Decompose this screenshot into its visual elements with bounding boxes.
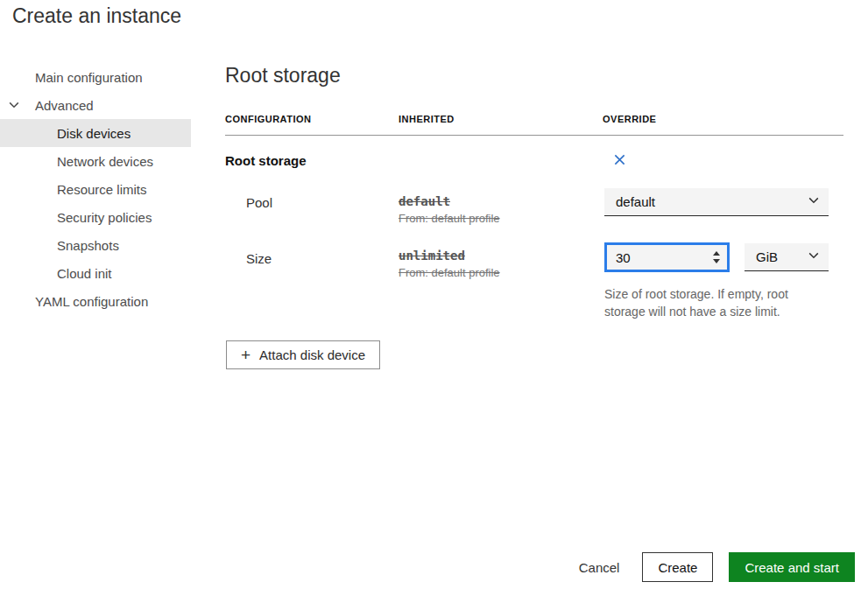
pool-select[interactable]: default [604,188,829,216]
sidebar-item-label: Security policies [57,210,152,225]
sidebar-item-snapshots[interactable]: Snapshots [0,231,191,259]
table-row: Root storage [225,136,843,169]
sidebar-item-resource-limits[interactable]: Resource limits [0,175,191,203]
page-title: Create an instance [12,4,181,28]
sidebar-item-label: YAML configuration [35,294,148,309]
section-heading: Root storage [225,63,843,88]
chevron-down-icon [808,249,820,264]
inherited-source: From: default profile [399,212,603,225]
inherited-cell: unlimited From: default profile [399,242,603,320]
stepper-down-icon[interactable] [713,259,720,263]
create-and-start-button[interactable]: Create and start [729,552,855,582]
sidebar-item-label: Cloud init [57,266,112,281]
row-label-pool: Pool [225,188,399,225]
column-header-inherited: INHERITED [399,114,603,125]
stepper-up-icon[interactable] [713,251,720,256]
attach-disk-device-button[interactable]: + Attach disk device [226,340,380,369]
inherited-source: From: default profile [399,266,603,279]
sidebar-item-label: Snapshots [57,238,119,253]
sidebar-item-yaml-configuration[interactable]: YAML configuration [0,287,191,315]
close-icon [613,153,626,169]
sidebar-item-network-devices[interactable]: Network devices [0,147,191,175]
row-label-size: Size [225,242,399,320]
form-navigation: Main configuration Advanced Disk devices… [0,63,191,315]
form-footer: Cancel Create Create and start [572,552,855,582]
sidebar-item-label: Resource limits [57,182,147,197]
unit-select-value: GiB [756,249,778,264]
size-help-text: Size of root storage. If empty, root sto… [604,285,828,320]
chevron-down-icon [8,99,20,111]
sidebar-item-main-configuration[interactable]: Main configuration [0,63,191,91]
sidebar-item-security-policies[interactable]: Security policies [0,203,191,231]
root-storage-section: Root storage CONFIGURATION INHERITED OVE… [225,63,843,369]
config-table: CONFIGURATION INHERITED OVERRIDE Root st… [225,114,843,369]
cancel-button[interactable]: Cancel [572,560,627,575]
chevron-down-icon [808,194,820,209]
clear-override-button[interactable] [611,153,627,169]
column-header-override: OVERRIDE [603,114,843,125]
sidebar-item-advanced[interactable]: Advanced [0,91,191,119]
table-row: Size unlimited From: default profile [225,242,843,320]
size-input[interactable] [607,245,727,270]
inherited-cell: default From: default profile [399,188,603,225]
create-instance-page: Create an instance Main configuration Ad… [0,0,868,596]
sidebar-item-label: Advanced [35,98,94,113]
stepper-arrows[interactable] [713,245,720,270]
table-header-row: CONFIGURATION INHERITED OVERRIDE [225,114,843,136]
sidebar-item-label: Disk devices [57,126,131,141]
column-header-configuration: CONFIGURATION [225,114,399,125]
table-row: Pool default From: default profile defau… [225,188,843,225]
pool-select-value: default [616,194,655,209]
inherited-value: unlimited [399,249,603,263]
unit-select[interactable]: GiB [745,243,829,271]
inherited-value: default [399,194,603,208]
sidebar-item-disk-devices[interactable]: Disk devices [0,119,191,147]
plus-icon: + [241,347,251,363]
sidebar-item-cloud-init[interactable]: Cloud init [0,259,191,287]
create-button[interactable]: Create [642,552,713,582]
size-input-wrapper [604,242,730,272]
row-label-root-storage: Root storage [225,153,399,169]
sidebar-item-label: Network devices [57,154,153,169]
sidebar-item-label: Main configuration [35,70,143,85]
attach-disk-device-label: Attach disk device [259,347,365,362]
